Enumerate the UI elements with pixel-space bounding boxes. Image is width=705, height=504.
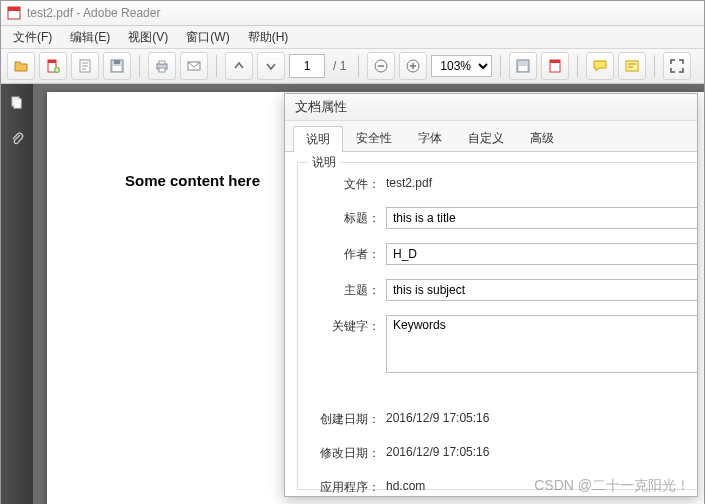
svg-rect-11: [159, 68, 165, 72]
value-file: test2.pdf: [386, 173, 697, 190]
svg-rect-21: [14, 99, 21, 108]
tab-description[interactable]: 说明: [293, 126, 343, 152]
page-number-input[interactable]: [289, 54, 325, 78]
zoom-out-button[interactable]: [367, 52, 395, 80]
menu-window[interactable]: 窗口(W): [178, 27, 237, 48]
svg-rect-3: [48, 60, 56, 63]
label-title: 标题：: [308, 207, 386, 227]
properties-dialog: 文档属性 说明 安全性 字体 自定义 高级 说明 文件： test2.pdf 标…: [284, 93, 698, 497]
save-copy-button[interactable]: [509, 52, 537, 80]
value-modified: 2016/12/9 17:05:16: [386, 442, 697, 459]
title-field[interactable]: [386, 207, 697, 229]
next-page-button[interactable]: [257, 52, 285, 80]
menu-edit[interactable]: 编辑(E): [62, 27, 118, 48]
create-pdf-button[interactable]: [39, 52, 67, 80]
page-total-label: / 1: [333, 59, 346, 73]
thumbnails-icon[interactable]: [6, 92, 28, 114]
label-keywords: 关键字：: [308, 315, 386, 335]
svg-rect-19: [626, 61, 638, 71]
svg-rect-1: [8, 7, 20, 11]
print-button[interactable]: [148, 52, 176, 80]
label-created: 创建日期：: [308, 408, 386, 428]
attachments-icon[interactable]: [6, 128, 28, 150]
comment-button[interactable]: [586, 52, 614, 80]
prev-page-button[interactable]: [225, 52, 253, 80]
dialog-tabs: 说明 安全性 字体 自定义 高级: [285, 121, 697, 152]
svg-rect-8: [113, 66, 121, 71]
side-panel: [1, 84, 33, 504]
dialog-title: 文档属性: [285, 94, 697, 121]
zoom-in-button[interactable]: [399, 52, 427, 80]
keywords-field[interactable]: Keywords: [386, 315, 697, 373]
menu-bar: 文件(F) 编辑(E) 视图(V) 窗口(W) 帮助(H): [1, 26, 704, 49]
group-label: 说明: [308, 154, 340, 171]
email-button[interactable]: [180, 52, 208, 80]
menu-help[interactable]: 帮助(H): [240, 27, 297, 48]
page-content: Some content here: [125, 172, 260, 189]
menu-file[interactable]: 文件(F): [5, 27, 60, 48]
label-author: 作者：: [308, 243, 386, 263]
window-title: test2.pdf - Adobe Reader: [27, 6, 160, 20]
svg-rect-16: [519, 66, 527, 71]
toolbar: / 1 103%: [1, 49, 704, 84]
label-subject: 主题：: [308, 279, 386, 299]
highlight-button[interactable]: [618, 52, 646, 80]
svg-rect-18: [550, 60, 560, 63]
dialog-body: 说明 文件： test2.pdf 标题： 作者： 主题： 关键字：: [285, 152, 697, 496]
edit-button[interactable]: [71, 52, 99, 80]
description-group: 说明 文件： test2.pdf 标题： 作者： 主题： 关键字：: [297, 162, 697, 490]
pdf-app-icon: [7, 6, 21, 20]
convert-button[interactable]: [541, 52, 569, 80]
subject-field[interactable]: [386, 279, 697, 301]
tab-custom[interactable]: 自定义: [455, 125, 517, 151]
svg-rect-7: [114, 60, 120, 64]
open-button[interactable]: [7, 52, 35, 80]
svg-rect-10: [159, 61, 165, 64]
label-file: 文件：: [308, 173, 386, 193]
label-modified: 修改日期：: [308, 442, 386, 462]
label-app: 应用程序：: [308, 476, 386, 496]
app-window: test2.pdf - Adobe Reader 文件(F) 编辑(E) 视图(…: [0, 0, 705, 504]
value-created: 2016/12/9 17:05:16: [386, 408, 697, 425]
tab-fonts[interactable]: 字体: [405, 125, 455, 151]
value-app: hd.com: [386, 476, 697, 493]
tab-security[interactable]: 安全性: [343, 125, 405, 151]
menu-view[interactable]: 视图(V): [120, 27, 176, 48]
author-field[interactable]: [386, 243, 697, 265]
zoom-select[interactable]: 103%: [431, 55, 492, 77]
save-button[interactable]: [103, 52, 131, 80]
fullscreen-button[interactable]: [663, 52, 691, 80]
title-bar: test2.pdf - Adobe Reader: [1, 1, 704, 26]
tab-advanced[interactable]: 高级: [517, 125, 567, 151]
